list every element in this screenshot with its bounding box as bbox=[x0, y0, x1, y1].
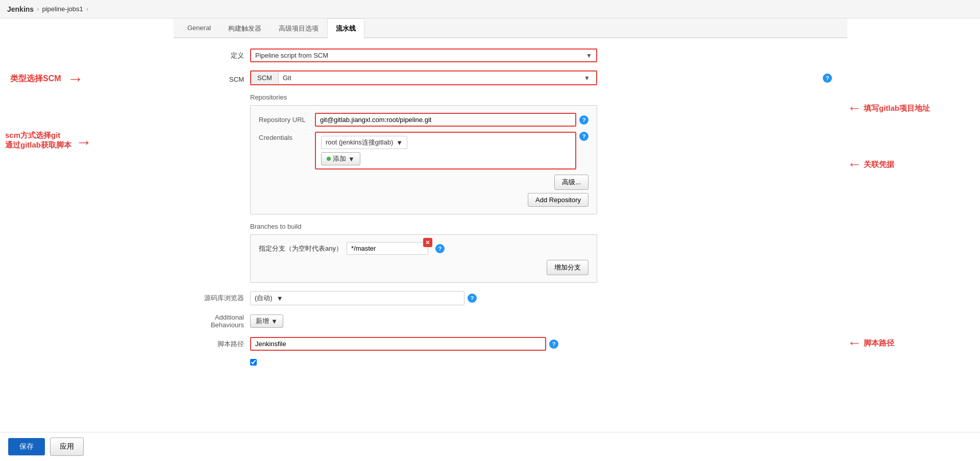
sep1: › bbox=[37, 5, 39, 13]
new-behaviour-button[interactable]: 新增 ▼ bbox=[250, 314, 283, 328]
checkbox-row bbox=[250, 359, 832, 367]
credentials-value: root (jenkins连接gitlab) bbox=[326, 138, 393, 147]
branch-item-row: 指定分支（为空时代表any） ✕ ? bbox=[259, 242, 589, 255]
annotation-right1: ← 填写gitlab项目地址 bbox=[847, 100, 930, 116]
repo-url-row: Repository URL ? bbox=[259, 113, 589, 127]
additional-behaviours-row: Additional Behaviours 新增 ▼ bbox=[189, 313, 832, 329]
add-branch-button[interactable]: 增加分支 bbox=[547, 260, 589, 275]
annotation-left2: scm方式选择git 通过gitlab获取脚本 → bbox=[5, 131, 92, 152]
add-btn-label: 添加 bbox=[333, 154, 346, 163]
definition-arrow: ▼ bbox=[586, 52, 592, 59]
additional-behaviours-label: Additional Behaviours bbox=[189, 313, 250, 329]
branch-cn-label: 指定分支（为空时代表any） bbox=[259, 244, 342, 253]
tabs-bar: General 构建触发器 高级项目选项 流水线 bbox=[174, 18, 847, 38]
credentials-select-row: root (jenkins连接gitlab) ▼ bbox=[321, 136, 570, 149]
advanced-button[interactable]: 高级... bbox=[554, 175, 589, 190]
scm-select-inner[interactable]: Git ▼ bbox=[279, 71, 596, 84]
credentials-help-icon[interactable]: ? bbox=[579, 132, 589, 141]
scm-label: SCM bbox=[189, 73, 250, 83]
scm-value: Git bbox=[283, 74, 291, 82]
pipeline-jobs1-link[interactable]: pipeline-jobs1 bbox=[42, 5, 83, 13]
repositories-box: Repository URL ? Credentials bbox=[250, 105, 597, 214]
section-body: 定义 Pipeline script from SCM ▼ SCM SCM bbox=[174, 38, 847, 385]
branches-row: Branches to build 指定分支（为空时代表any） ✕ ? bbox=[189, 223, 832, 283]
repositories-label bbox=[189, 93, 250, 96]
definition-label: 定义 bbox=[189, 48, 250, 60]
action-buttons: 高级... Add Repository bbox=[259, 175, 589, 207]
add-dot-icon bbox=[327, 157, 331, 161]
add-credentials-button[interactable]: 添加 ▼ bbox=[321, 152, 360, 165]
bottom-bar: 保存 应用 bbox=[0, 432, 980, 461]
branch-help-icon[interactable]: ? bbox=[435, 244, 445, 253]
repo-url-input-wrap bbox=[315, 113, 576, 127]
repo-url-label: Repository URL bbox=[259, 116, 315, 124]
tab-general[interactable]: General bbox=[179, 18, 219, 38]
new-btn-arrow: ▼ bbox=[271, 318, 278, 325]
repo-url-input[interactable] bbox=[316, 114, 575, 126]
source-browser-arrow: ▼ bbox=[277, 295, 283, 302]
branch-input[interactable] bbox=[347, 242, 428, 255]
scm-help-icon[interactable]: ? bbox=[823, 74, 832, 83]
source-browser-row: 源码库浏览器 (自动) ▼ ? bbox=[189, 291, 832, 305]
brand: Jenkins bbox=[7, 5, 34, 13]
source-browser-help-icon[interactable]: ? bbox=[468, 294, 477, 303]
credentials-row: Credentials root (jenkins连接gitlab) ▼ bbox=[259, 132, 589, 169]
script-path-help-icon[interactable]: ? bbox=[549, 339, 558, 349]
apply-button[interactable]: 应用 bbox=[50, 438, 84, 456]
branch-input-wrap: ✕ bbox=[347, 242, 428, 255]
add-repository-button[interactable]: Add Repository bbox=[528, 193, 589, 207]
annotation-right2: ← 关联凭据 bbox=[847, 156, 894, 173]
credentials-arrow-icon: ▼ bbox=[396, 139, 403, 147]
source-browser-label: 源码库浏览器 bbox=[189, 294, 250, 303]
repo-url-help-icon[interactable]: ? bbox=[579, 115, 589, 125]
script-path-input[interactable] bbox=[251, 338, 545, 350]
topbar: Jenkins › pipeline-jobs1 › bbox=[0, 0, 980, 18]
branches-section-label: Branches to build bbox=[250, 223, 832, 230]
definition-value: Pipeline script from SCM bbox=[255, 52, 328, 59]
annotation-left1: 类型选择SCM → bbox=[10, 69, 84, 88]
scm-select-wrapper[interactable]: SCM Git ▼ bbox=[250, 70, 597, 85]
tab-pipeline[interactable]: 流水线 bbox=[327, 18, 364, 38]
annotation-right3: ← 脚本路径 bbox=[847, 335, 894, 351]
source-browser-select[interactable]: (自动) ▼ bbox=[250, 291, 464, 305]
sep2: › bbox=[86, 5, 88, 13]
new-btn-label: 新增 bbox=[256, 317, 269, 326]
scm-control: SCM Git ▼ bbox=[250, 70, 820, 85]
source-browser-value: (自动) bbox=[255, 294, 273, 303]
add-btn-arrow: ▼ bbox=[348, 155, 355, 163]
definition-control: Pipeline script from SCM ▼ bbox=[250, 48, 832, 62]
scm-arrow-icon: ▼ bbox=[584, 75, 590, 82]
credentials-label: Credentials bbox=[259, 132, 315, 141]
lightweight-checkbox[interactable] bbox=[250, 359, 257, 366]
script-path-row: 脚本路径 ? bbox=[189, 337, 832, 351]
repositories-section-label: Repositories bbox=[250, 93, 832, 101]
branches-control: Branches to build 指定分支（为空时代表any） ✕ ? bbox=[250, 223, 832, 283]
definition-select[interactable]: Pipeline script from SCM ▼ bbox=[250, 48, 597, 62]
definition-row: 定义 Pipeline script from SCM ▼ bbox=[189, 48, 832, 62]
branches-box: 指定分支（为空时代表any） ✕ ? 增加分支 bbox=[250, 234, 597, 283]
branches-form-label bbox=[189, 223, 250, 225]
repositories-control: Repositories Repository URL ? bbox=[250, 93, 832, 214]
tab-triggers[interactable]: 构建触发器 bbox=[219, 18, 270, 38]
script-path-input-wrap bbox=[250, 337, 546, 351]
save-button[interactable]: 保存 bbox=[8, 438, 45, 455]
scm-prefix-label: SCM bbox=[251, 71, 279, 84]
credentials-box: root (jenkins连接gitlab) ▼ 添加 ▼ bbox=[315, 132, 576, 169]
remove-branch-button[interactable]: ✕ bbox=[423, 238, 432, 247]
script-path-label: 脚本路径 bbox=[189, 339, 250, 349]
tab-advanced-options[interactable]: 高级项目选项 bbox=[270, 18, 327, 38]
credentials-select[interactable]: root (jenkins连接gitlab) ▼ bbox=[321, 136, 407, 149]
scm-row: SCM SCM Git ▼ ? bbox=[189, 70, 832, 85]
repositories-row: Repositories Repository URL ? bbox=[189, 93, 832, 214]
